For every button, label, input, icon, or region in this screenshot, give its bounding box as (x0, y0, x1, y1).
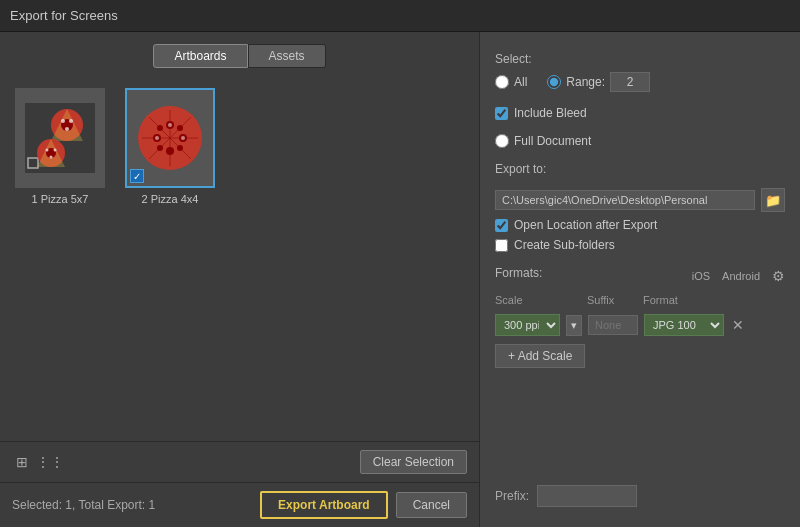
cancel-button[interactable]: Cancel (396, 492, 467, 518)
grid-view-icon[interactable]: ⊞ (12, 452, 32, 472)
svg-point-28 (181, 136, 185, 140)
tab-assets[interactable]: Assets (248, 44, 326, 68)
range-value-input[interactable] (610, 72, 650, 92)
open-location-label[interactable]: Open Location after Export (495, 218, 785, 232)
artboard-grid: 1 Pizza 5x7 (0, 68, 479, 441)
include-bleed-label[interactable]: Include Bleed (495, 106, 785, 120)
export-path-input[interactable] (495, 190, 755, 210)
list-view-icon[interactable]: ⋮⋮ (40, 452, 60, 472)
export-to-section: Export to: 📁 Open Location after Export … (495, 162, 785, 252)
open-location-checkbox[interactable] (495, 219, 508, 232)
artboard-thumb-1[interactable] (15, 88, 105, 188)
svg-point-5 (69, 119, 73, 123)
format-col-label: Format (643, 294, 723, 306)
main-content: Artboards Assets (0, 32, 800, 527)
formats-section: Formats: iOS Android ⚙ Scale Suffix Form… (495, 266, 785, 368)
prefix-input[interactable] (537, 485, 637, 507)
svg-point-6 (65, 127, 69, 131)
export-artboard-button[interactable]: Export Artboard (260, 491, 388, 519)
left-panel: Artboards Assets (0, 32, 480, 527)
artboard-label-2: 2 Pizza 4x4 (142, 193, 199, 205)
include-bleed-section: Include Bleed (495, 106, 785, 120)
radio-all[interactable]: All (495, 75, 527, 89)
create-subfolders-label[interactable]: Create Sub-folders (495, 238, 785, 252)
full-document-section: Full Document (495, 134, 785, 148)
footer: Selected: 1, Total Export: 1 Export Artb… (0, 482, 479, 527)
create-subfolders-text: Create Sub-folders (514, 238, 615, 252)
footer-info: Selected: 1, Total Export: 1 (12, 498, 155, 512)
right-panel: Select: All Range: Include Bleed (480, 32, 800, 527)
radio-full-doc-label: Full Document (514, 134, 591, 148)
export-to-label: Export to: (495, 162, 785, 176)
artboard-thumb-2[interactable]: ✓ (125, 88, 215, 188)
title-bar-text: Export for Screens (10, 8, 118, 23)
scale-col-label: Scale (495, 294, 555, 306)
remove-format-button[interactable]: ✕ (730, 317, 746, 333)
artboard-item-1[interactable]: 1 Pizza 5x7 (15, 88, 105, 205)
formats-label: Formats: (495, 266, 542, 280)
include-bleed-text: Include Bleed (514, 106, 587, 120)
open-location-text: Open Location after Export (514, 218, 657, 232)
clear-selection-button[interactable]: Clear Selection (360, 450, 467, 474)
tabs-container: Artboards Assets (0, 32, 479, 68)
prefix-label: Prefix: (495, 489, 529, 503)
svg-point-4 (61, 119, 65, 123)
artboard-item-2[interactable]: ✓ 2 Pizza 4x4 (125, 88, 215, 205)
artboard-preview-2 (135, 103, 205, 173)
radio-all-label: All (514, 75, 527, 89)
format-select[interactable]: JPG 100 PNG SVG PDF (644, 314, 724, 336)
prefix-row: Prefix: (495, 485, 785, 507)
tab-artboards[interactable]: Artboards (153, 44, 247, 68)
radio-full-doc-input[interactable] (495, 134, 509, 148)
left-bottom-bar: ⊞ ⋮⋮ Clear Selection (0, 441, 479, 482)
select-section: Select: All Range: (495, 52, 785, 92)
radio-range[interactable]: Range: (547, 72, 650, 92)
path-row: 📁 (495, 188, 785, 212)
select-label: Select: (495, 52, 785, 66)
radio-group: All Range: (495, 72, 785, 92)
browse-button[interactable]: 📁 (761, 188, 785, 212)
scale-select[interactable]: 300 ppi 72 ppi 150 ppi (495, 314, 560, 336)
formats-header: Formats: iOS Android ⚙ (495, 266, 785, 286)
format-row-1: 300 ppi 72 ppi 150 ppi ▾ JPG 100 PNG SVG… (495, 314, 785, 336)
suffix-input[interactable] (588, 315, 638, 335)
android-label[interactable]: Android (722, 270, 760, 282)
scale-dropdown-btn[interactable]: ▾ (566, 315, 582, 336)
svg-point-22 (157, 125, 163, 131)
include-bleed-checkbox[interactable] (495, 107, 508, 120)
svg-point-10 (54, 149, 57, 152)
svg-point-25 (177, 145, 183, 151)
footer-buttons: Export Artboard Cancel (260, 491, 467, 519)
add-scale-button[interactable]: + Add Scale (495, 344, 585, 368)
svg-point-27 (155, 136, 159, 140)
title-bar: Export for Screens (0, 0, 800, 32)
radio-all-input[interactable] (495, 75, 509, 89)
svg-point-11 (50, 156, 53, 159)
svg-point-21 (166, 147, 174, 155)
svg-point-23 (177, 125, 183, 131)
formats-right: iOS Android ⚙ (692, 268, 785, 284)
view-icons: ⊞ ⋮⋮ (12, 452, 60, 472)
svg-point-24 (157, 145, 163, 151)
artboard-label-1: 1 Pizza 5x7 (32, 193, 89, 205)
artboard-check-2: ✓ (130, 169, 144, 183)
radio-range-input[interactable] (547, 75, 561, 89)
svg-point-26 (168, 123, 172, 127)
artboard-preview-1 (25, 103, 95, 173)
radio-full-document[interactable]: Full Document (495, 134, 785, 148)
radio-range-label: Range: (566, 75, 605, 89)
format-column-headers: Scale Suffix Format (495, 294, 785, 306)
gear-icon[interactable]: ⚙ (772, 268, 785, 284)
create-subfolders-checkbox[interactable] (495, 239, 508, 252)
suffix-col-label: Suffix (587, 294, 637, 306)
svg-point-9 (46, 149, 49, 152)
ios-label[interactable]: iOS (692, 270, 710, 282)
